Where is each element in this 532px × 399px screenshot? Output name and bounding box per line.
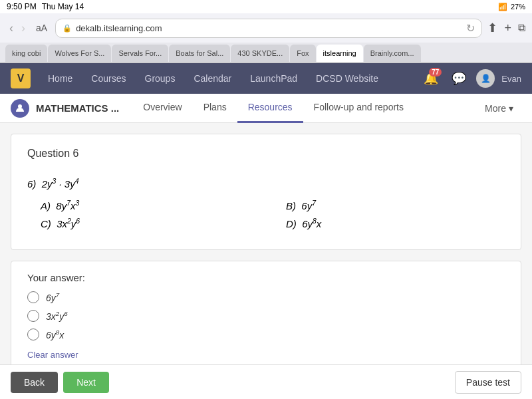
lock-icon: 🔒	[63, 24, 72, 33]
answer-section: Your answer: 6y7 3x2y6 6y8x Clear answer	[11, 261, 521, 364]
content-area: Question 6 6) 2y3 · 3y4 A) 8y7x3 B) 6y7 …	[0, 123, 532, 364]
avatar: 👤	[476, 69, 495, 88]
tab-wolves[interactable]: Wolves For S...	[48, 45, 111, 62]
battery-level: 27%	[511, 3, 525, 11]
radio-option-2[interactable]: 3x2y6	[27, 310, 505, 322]
tab-followup[interactable]: Follow-up and reports	[303, 94, 414, 123]
question-card: Question 6 6) 2y3 · 3y4 A) 8y7x3 B) 6y7 …	[11, 134, 521, 250]
answer-choices: A) 8y7x3 B) 6y7 C) 3x2y6 D) 6y8x	[27, 199, 505, 229]
tab-boats[interactable]: Boats for Sal...	[169, 45, 230, 62]
course-title: MATHEMATICS ...	[36, 102, 119, 114]
app-nav: V Home Courses Groups Calendar LaunchPad…	[0, 63, 532, 94]
tab-skyde[interactable]: 430 SKYDE...	[231, 45, 289, 62]
tab-brainly[interactable]: Brainly.com...	[364, 45, 421, 62]
url-display: dekalb.itslearning.com	[76, 23, 462, 33]
back-button[interactable]: Back	[11, 372, 58, 393]
browser-tabs: king cobi Wolves For S... Servals For...…	[0, 43, 532, 63]
radio-option-3[interactable]: 6y8x	[27, 329, 505, 340]
status-day: Thu May 14	[42, 2, 84, 11]
next-button[interactable]: Next	[63, 372, 109, 393]
tabs-button[interactable]: ⧉	[518, 22, 525, 34]
chevron-down-icon: ▾	[509, 103, 513, 114]
user-name: Evan	[501, 74, 521, 84]
browser-toolbar: ‹ › aA 🔒 dekalb.itslearning.com ↻ ⬆ + ⧉	[0, 13, 532, 43]
choice-b: B) 6y7	[286, 199, 505, 211]
status-bar: 9:50 PM Thu May 14 📶 27%	[0, 0, 532, 13]
pause-test-button[interactable]: Pause test	[455, 371, 521, 394]
radio-input-1[interactable]	[27, 291, 39, 303]
nav-groups[interactable]: Groups	[136, 63, 185, 94]
question-expression: 6) 2y3 · 3y4	[27, 177, 505, 190]
clear-answer-button[interactable]: Clear answer	[27, 350, 78, 360]
radio-label-3: 6y8x	[46, 329, 64, 340]
notifications-button[interactable]: 🔔 77	[420, 68, 442, 89]
radio-label-2: 3x2y6	[46, 310, 68, 322]
choice-c: C) 3x2y6	[41, 217, 259, 229]
status-time: 9:50 PM	[7, 2, 37, 11]
choice-a: A) 8y7x3	[41, 199, 259, 211]
messages-button[interactable]: 💬	[448, 68, 469, 89]
browser-chrome: ‹ › aA 🔒 dekalb.itslearning.com ↻ ⬆ + ⧉ …	[0, 13, 532, 63]
tab-itslearning[interactable]: itslearning	[317, 45, 363, 62]
nav-dcsd[interactable]: DCSD Website	[307, 63, 388, 94]
nav-home[interactable]: Home	[39, 63, 82, 94]
tab-plans[interactable]: Plans	[193, 94, 237, 123]
tab-king-cobi[interactable]: king cobi	[5, 45, 47, 62]
course-icon	[11, 99, 29, 118]
radio-input-3[interactable]	[27, 329, 39, 340]
tab-overview[interactable]: Overview	[132, 94, 192, 123]
more-label: More	[485, 103, 506, 114]
tab-fox[interactable]: Fox	[290, 45, 315, 62]
radio-option-1[interactable]: 6y7	[27, 291, 505, 303]
notification-badge: 77	[429, 68, 442, 76]
app-logo: V	[11, 68, 31, 88]
more-menu-button[interactable]: More ▾	[477, 94, 521, 123]
tab-servals[interactable]: Servals For...	[112, 45, 168, 62]
choice-d: D) 6y8x	[286, 217, 505, 229]
share-button[interactable]: ⬆	[487, 21, 497, 35]
radio-label-1: 6y7	[46, 291, 59, 303]
tab-resources[interactable]: Resources	[237, 94, 303, 123]
question-content: 6) 2y3 · 3y4 A) 8y7x3 B) 6y7 C) 3x2y6 D)…	[27, 170, 505, 236]
chat-icon: 💬	[452, 71, 466, 86]
nav-courses[interactable]: Courses	[82, 63, 135, 94]
bottom-bar: Back Next Pause test	[0, 364, 532, 399]
nav-launchpad[interactable]: LaunchPad	[241, 63, 307, 94]
radio-input-2[interactable]	[27, 310, 39, 322]
answer-label: Your answer:	[27, 272, 505, 283]
wifi-icon: 📶	[498, 3, 507, 11]
reload-icon: ↻	[466, 22, 475, 35]
reader-mode-button[interactable]: aA	[33, 23, 50, 33]
forward-nav-button[interactable]: ›	[19, 21, 28, 35]
back-nav-button[interactable]: ‹	[7, 21, 16, 35]
new-tab-button[interactable]: +	[504, 21, 511, 35]
sub-nav: MATHEMATICS ... Overview Plans Resources…	[0, 94, 532, 123]
question-header: Question 6	[27, 148, 505, 160]
address-bar[interactable]: 🔒 dekalb.itslearning.com ↻	[55, 19, 482, 38]
nav-calendar[interactable]: Calendar	[184, 63, 241, 94]
